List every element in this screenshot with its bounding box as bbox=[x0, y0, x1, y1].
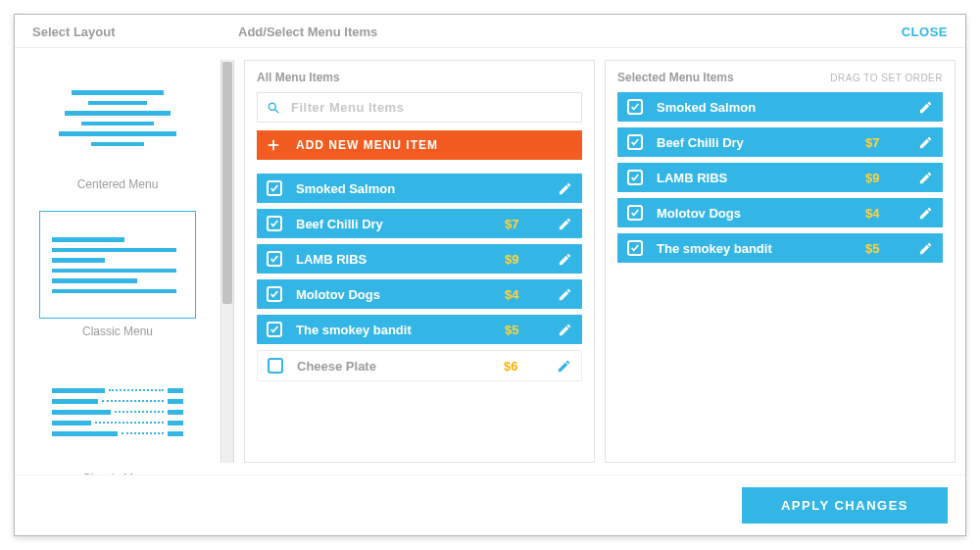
dialog-header: Select Layout Add/Select Menu Items CLOS… bbox=[15, 15, 965, 48]
item-name: Smoked Salmon bbox=[296, 181, 491, 196]
checkbox-icon[interactable] bbox=[267, 286, 282, 302]
search-icon bbox=[267, 101, 280, 115]
add-label: ADD NEW MENU ITEM bbox=[296, 138, 438, 152]
layout-preview bbox=[39, 64, 196, 172]
svg-line-1 bbox=[275, 109, 279, 113]
edit-icon[interactable] bbox=[558, 181, 572, 196]
item-name: The smokey bandit bbox=[657, 241, 852, 256]
layout-preview bbox=[39, 358, 196, 466]
filter-wrap bbox=[257, 92, 582, 123]
filter-input[interactable] bbox=[257, 92, 582, 123]
menu-item-row[interactable]: The smokey bandit$5 bbox=[257, 315, 582, 344]
edit-icon[interactable] bbox=[558, 252, 572, 267]
menu-editor-dialog: Select Layout Add/Select Menu Items CLOS… bbox=[14, 14, 966, 536]
checkbox-icon[interactable] bbox=[627, 99, 643, 115]
checkbox-icon[interactable] bbox=[627, 134, 643, 150]
apply-changes-button[interactable]: APPLY CHANGES bbox=[742, 487, 948, 524]
selected-item-row[interactable]: LAMB RIBS$9 bbox=[617, 163, 943, 192]
all-items-list: Smoked SalmonBeef Chilli Dry$7LAMB RIBS$… bbox=[257, 174, 582, 452]
layout-preview bbox=[39, 211, 196, 319]
layout-option-classic-dotted[interactable]: Classic Menu bbox=[39, 358, 196, 475]
item-price: $6 bbox=[504, 359, 543, 374]
panel-title: Selected Menu Items bbox=[617, 71, 734, 84]
scrollbar[interactable] bbox=[220, 60, 234, 463]
item-price: $7 bbox=[865, 135, 905, 150]
menu-item-row[interactable]: Beef Chilli Dry$7 bbox=[257, 209, 582, 238]
item-name: Cheese Plate bbox=[297, 359, 490, 374]
item-price: $5 bbox=[505, 323, 544, 337]
item-name: The smokey bandit bbox=[296, 323, 491, 337]
selected-items-list: Smoked SalmonBeef Chilli Dry$7LAMB RIBS$… bbox=[617, 92, 943, 452]
panel-title: All Menu Items bbox=[257, 71, 340, 84]
selected-item-row[interactable]: Smoked Salmon bbox=[617, 92, 943, 122]
item-price: $9 bbox=[865, 171, 905, 185]
selected-item-row[interactable]: Molotov Dogs$4 bbox=[617, 198, 943, 227]
menu-item-row[interactable]: Molotov Dogs$4 bbox=[257, 279, 582, 309]
layout-option-centered[interactable]: Centered Menu bbox=[39, 64, 196, 191]
layout-option-classic[interactable]: Classic Menu bbox=[39, 211, 196, 338]
edit-icon[interactable] bbox=[918, 241, 933, 256]
item-price: $5 bbox=[865, 241, 905, 256]
selected-item-row[interactable]: Beef Chilli Dry$7 bbox=[617, 127, 943, 157]
dialog-footer: APPLY CHANGES bbox=[15, 475, 965, 535]
layout-list: Centered Menu Classic Menu bbox=[15, 48, 220, 475]
edit-icon[interactable] bbox=[918, 135, 933, 150]
checkbox-icon[interactable] bbox=[627, 240, 643, 256]
select-layout-heading: Select Layout bbox=[32, 25, 238, 39]
edit-icon[interactable] bbox=[918, 171, 933, 185]
menu-item-row[interactable]: LAMB RIBS$9 bbox=[257, 244, 582, 274]
item-name: LAMB RIBS bbox=[657, 171, 852, 185]
menu-item-row[interactable]: Smoked Salmon bbox=[257, 174, 582, 203]
edit-icon[interactable] bbox=[558, 323, 572, 337]
item-name: Molotov Dogs bbox=[296, 287, 491, 302]
menu-item-row[interactable]: Cheese Plate$6 bbox=[257, 350, 582, 381]
close-button[interactable]: CLOSE bbox=[869, 25, 948, 39]
selected-item-row[interactable]: The smokey bandit$5 bbox=[617, 233, 943, 263]
checkbox-icon[interactable] bbox=[627, 205, 643, 221]
dialog-body: Centered Menu Classic Menu bbox=[15, 48, 965, 475]
edit-icon[interactable] bbox=[557, 359, 571, 374]
items-area: All Menu Items ADD NEW MENU ITEM Smoked … bbox=[220, 48, 965, 475]
checkbox-icon[interactable] bbox=[268, 358, 283, 374]
scrollbar-thumb[interactable] bbox=[222, 62, 232, 304]
edit-icon[interactable] bbox=[558, 287, 572, 302]
item-price: $9 bbox=[505, 252, 544, 267]
edit-icon[interactable] bbox=[918, 206, 933, 221]
plus-icon bbox=[267, 138, 280, 152]
item-name: Smoked Salmon bbox=[657, 100, 852, 115]
layout-label: Classic Menu bbox=[39, 325, 196, 338]
add-new-item-button[interactable]: ADD NEW MENU ITEM bbox=[257, 130, 582, 160]
add-select-heading: Add/Select Menu Items bbox=[238, 25, 869, 39]
edit-icon[interactable] bbox=[918, 100, 933, 115]
checkbox-icon[interactable] bbox=[267, 251, 282, 267]
checkbox-icon[interactable] bbox=[267, 216, 282, 231]
item-name: LAMB RIBS bbox=[296, 252, 491, 267]
svg-point-0 bbox=[269, 103, 275, 110]
layout-label: Centered Menu bbox=[39, 177, 196, 191]
checkbox-icon[interactable] bbox=[627, 170, 643, 185]
item-price: $4 bbox=[505, 287, 544, 302]
drag-hint: DRAG TO SET ORDER bbox=[830, 73, 943, 83]
item-name: Beef Chilli Dry bbox=[296, 217, 491, 231]
checkbox-icon[interactable] bbox=[267, 322, 282, 337]
selected-items-panel: Selected Menu Items DRAG TO SET ORDER Sm… bbox=[605, 60, 956, 463]
edit-icon[interactable] bbox=[558, 217, 572, 231]
item-price: $7 bbox=[505, 217, 544, 231]
item-name: Beef Chilli Dry bbox=[657, 135, 852, 150]
item-name: Molotov Dogs bbox=[657, 206, 852, 221]
all-items-panel: All Menu Items ADD NEW MENU ITEM Smoked … bbox=[244, 60, 595, 463]
checkbox-icon[interactable] bbox=[267, 180, 282, 196]
item-price: $4 bbox=[865, 206, 905, 221]
